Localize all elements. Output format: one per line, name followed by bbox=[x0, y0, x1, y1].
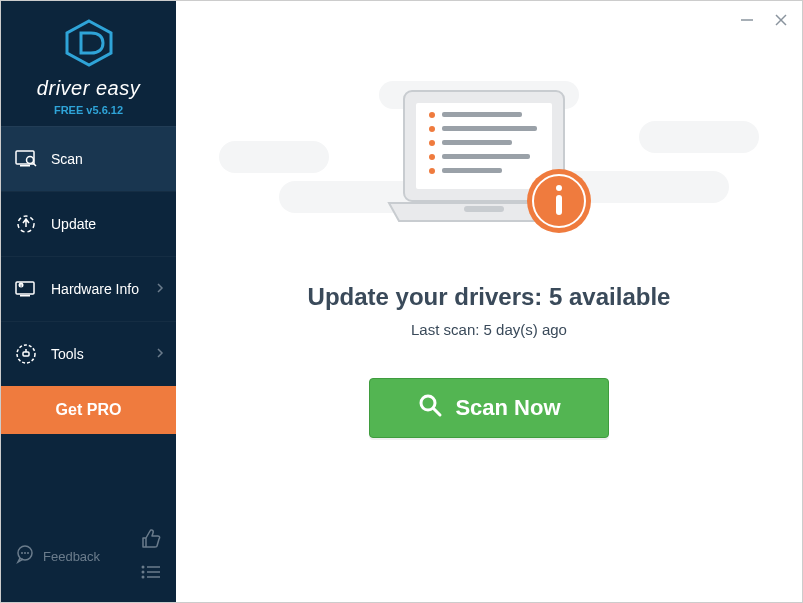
nav-label-tools: Tools bbox=[51, 346, 84, 362]
search-icon bbox=[417, 392, 443, 424]
svg-point-30 bbox=[429, 126, 435, 132]
svg-point-20 bbox=[142, 566, 145, 569]
nav-label-hardware: Hardware Info bbox=[51, 281, 139, 297]
headline: Update your drivers: 5 available bbox=[308, 283, 671, 311]
svg-point-22 bbox=[142, 571, 145, 574]
scan-icon bbox=[15, 148, 37, 170]
logo-icon bbox=[1, 19, 176, 71]
illustration bbox=[339, 81, 639, 261]
sidebar: driver easy FREE v5.6.12 Scan bbox=[1, 1, 176, 602]
svg-rect-35 bbox=[442, 154, 530, 159]
svg-point-24 bbox=[142, 576, 145, 579]
get-pro-label: Get PRO bbox=[56, 401, 122, 419]
close-button[interactable] bbox=[772, 11, 790, 29]
thumbs-up-icon[interactable] bbox=[140, 528, 162, 554]
svg-rect-9 bbox=[16, 282, 34, 294]
svg-rect-10 bbox=[20, 295, 30, 297]
svg-point-17 bbox=[21, 552, 23, 554]
nav-label-update: Update bbox=[51, 216, 96, 232]
tools-icon bbox=[15, 343, 37, 365]
svg-rect-38 bbox=[464, 206, 504, 212]
svg-rect-31 bbox=[442, 126, 537, 131]
main-panel: Update your drivers: 5 available Last sc… bbox=[176, 1, 802, 602]
svg-rect-29 bbox=[442, 112, 522, 117]
sidebar-nav: Scan Update i bbox=[1, 126, 176, 386]
svg-point-28 bbox=[429, 112, 435, 118]
list-icon[interactable] bbox=[140, 564, 162, 584]
svg-point-34 bbox=[429, 154, 435, 160]
app-name: driver easy bbox=[1, 77, 176, 100]
scan-now-button[interactable]: Scan Now bbox=[369, 378, 609, 438]
svg-line-44 bbox=[434, 409, 440, 415]
svg-point-19 bbox=[27, 552, 29, 554]
svg-point-32 bbox=[429, 140, 435, 146]
app-version: FREE v5.6.12 bbox=[1, 104, 176, 116]
sidebar-footer: Feedback bbox=[1, 516, 176, 602]
nav-label-scan: Scan bbox=[51, 151, 83, 167]
svg-point-36 bbox=[429, 168, 435, 174]
minimize-button[interactable] bbox=[738, 11, 756, 29]
last-scan-text: Last scan: 5 day(s) ago bbox=[411, 321, 567, 338]
svg-line-7 bbox=[33, 163, 36, 166]
svg-rect-5 bbox=[20, 165, 30, 167]
nav-item-update[interactable]: Update bbox=[1, 191, 176, 256]
feedback-icon[interactable] bbox=[15, 544, 35, 568]
nav-item-tools[interactable]: Tools bbox=[1, 321, 176, 386]
svg-point-13 bbox=[17, 345, 35, 363]
chevron-right-icon bbox=[156, 345, 164, 363]
svg-rect-33 bbox=[442, 140, 512, 145]
update-icon bbox=[15, 213, 37, 235]
get-pro-button[interactable]: Get PRO bbox=[1, 386, 176, 434]
nav-item-scan[interactable]: Scan bbox=[1, 126, 176, 191]
scan-now-label: Scan Now bbox=[455, 395, 560, 421]
hardware-icon: i bbox=[15, 278, 37, 300]
chevron-right-icon bbox=[156, 280, 164, 298]
svg-text:i: i bbox=[20, 283, 21, 288]
svg-point-18 bbox=[24, 552, 26, 554]
svg-point-6 bbox=[27, 157, 34, 164]
svg-rect-14 bbox=[23, 352, 29, 356]
window-controls bbox=[738, 11, 790, 29]
logo-block: driver easy FREE v5.6.12 bbox=[1, 1, 176, 126]
svg-point-43 bbox=[421, 396, 435, 410]
svg-point-41 bbox=[556, 185, 562, 191]
feedback-label[interactable]: Feedback bbox=[43, 549, 132, 564]
nav-item-hardware[interactable]: i Hardware Info bbox=[1, 256, 176, 321]
svg-rect-37 bbox=[442, 168, 502, 173]
svg-rect-42 bbox=[556, 195, 562, 215]
